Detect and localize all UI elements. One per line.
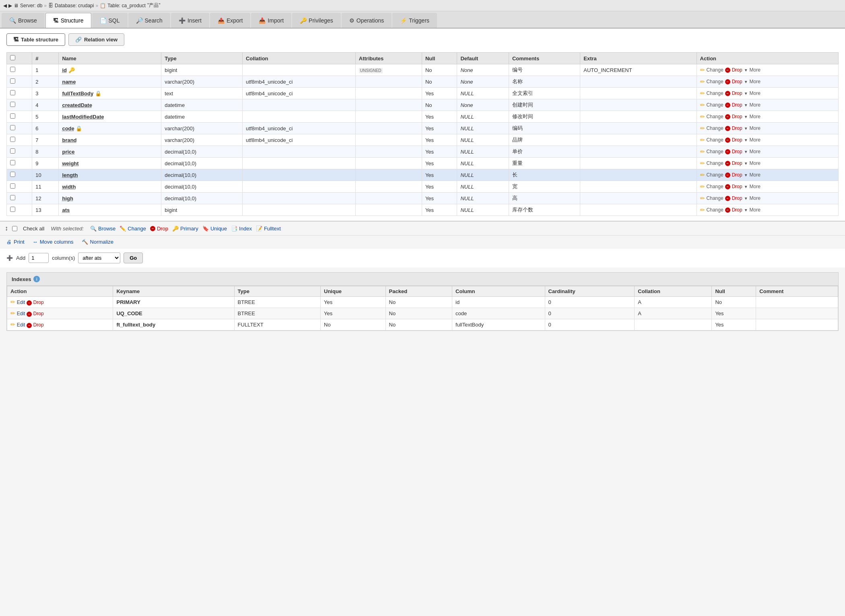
change-link-8[interactable]: Change <box>707 149 723 154</box>
change-link-7[interactable]: Change <box>707 137 723 143</box>
field-link-length[interactable]: length <box>62 172 78 178</box>
drop-link-12[interactable]: Drop <box>732 195 742 201</box>
field-link-id[interactable]: id <box>62 67 67 73</box>
field-link-width[interactable]: width <box>62 184 76 190</box>
toolbar-index-btn[interactable]: 📑 Index <box>231 226 252 232</box>
more-link-11[interactable]: More <box>750 184 760 189</box>
more-link-6[interactable]: More <box>750 125 760 131</box>
row-checkbox-12[interactable] <box>10 195 15 200</box>
drop-link-13[interactable]: Drop <box>732 207 742 213</box>
breadcrumb-server[interactable]: Server: db <box>20 3 42 8</box>
check-all-label[interactable]: Check all <box>23 226 44 232</box>
drop-link-1[interactable]: Drop <box>732 67 742 73</box>
drop-link-10[interactable]: Drop <box>732 172 742 178</box>
drop-link-2[interactable]: Drop <box>732 79 742 84</box>
field-link-price[interactable]: price <box>62 149 74 155</box>
go-button[interactable]: Go <box>124 253 143 263</box>
move-columns-link[interactable]: ↔ Move columns <box>33 239 74 245</box>
field-link-createdDate[interactable]: createdDate <box>62 102 92 108</box>
row-checkbox-11[interactable] <box>10 183 15 189</box>
indexes-info-icon[interactable]: i <box>33 276 40 282</box>
row-checkbox-13[interactable] <box>10 207 15 212</box>
check-all-checkbox[interactable] <box>12 226 17 231</box>
drop-link-9[interactable]: Drop <box>732 160 742 166</box>
idx-edit-link-1[interactable]: Edit <box>17 311 25 316</box>
change-link-6[interactable]: Change <box>707 125 723 131</box>
tab-operations[interactable]: ⚙ Operations <box>342 13 392 28</box>
change-link-4[interactable]: Change <box>707 102 723 108</box>
field-link-fullTextBody[interactable]: fullTextBody <box>62 90 93 97</box>
print-link[interactable]: 🖨 Print <box>6 239 25 245</box>
field-link-high[interactable]: high <box>62 195 73 201</box>
tab-triggers[interactable]: ⚡ Triggers <box>392 13 437 28</box>
breadcrumb-forward-icon[interactable]: ▶ <box>8 3 12 8</box>
breadcrumb-database[interactable]: Database: crudapi <box>55 3 94 8</box>
toolbar-drop-btn[interactable]: – Drop <box>150 226 168 232</box>
more-link-2[interactable]: More <box>750 79 760 84</box>
change-link-2[interactable]: Change <box>707 79 723 84</box>
more-link-13[interactable]: More <box>750 207 760 213</box>
row-checkbox-6[interactable] <box>10 125 15 130</box>
tab-structure[interactable]: 🏗 Structure <box>45 13 91 28</box>
more-link-9[interactable]: More <box>750 160 760 166</box>
row-checkbox-5[interactable] <box>10 113 15 119</box>
row-checkbox-2[interactable] <box>10 78 15 84</box>
more-link-1[interactable]: More <box>750 67 760 73</box>
drop-link-6[interactable]: Drop <box>732 125 742 131</box>
drop-link-8[interactable]: Drop <box>732 149 742 154</box>
idx-drop-link-2[interactable]: Drop <box>33 322 44 328</box>
position-select[interactable]: after ats at beginning at end <box>78 253 120 263</box>
change-link-1[interactable]: Change <box>707 67 723 73</box>
drop-link-7[interactable]: Drop <box>732 137 742 143</box>
drop-link-11[interactable]: Drop <box>732 184 742 189</box>
change-link-3[interactable]: Change <box>707 90 723 96</box>
more-link-7[interactable]: More <box>750 137 760 143</box>
row-checkbox-8[interactable] <box>10 148 15 154</box>
tab-sql[interactable]: 📄 SQL <box>92 13 128 28</box>
field-link-weight[interactable]: weight <box>62 160 78 166</box>
toolbar-browse-btn[interactable]: 🔍 Browse <box>90 226 115 232</box>
change-link-5[interactable]: Change <box>707 114 723 119</box>
sub-tab-relation-view[interactable]: 🔗 Relation view <box>68 33 124 46</box>
more-link-10[interactable]: More <box>750 172 760 178</box>
toolbar-unique-btn[interactable]: 🔖 Unique <box>202 226 227 232</box>
more-link-3[interactable]: More <box>750 90 760 96</box>
more-link-8[interactable]: More <box>750 149 760 154</box>
more-link-12[interactable]: More <box>750 195 760 201</box>
drop-link-5[interactable]: Drop <box>732 114 742 119</box>
tab-privileges[interactable]: 🔑 Privileges <box>292 13 341 28</box>
field-link-ats[interactable]: ats <box>62 207 70 213</box>
change-link-13[interactable]: Change <box>707 207 723 213</box>
row-checkbox-4[interactable] <box>10 102 15 107</box>
toolbar-primary-btn[interactable]: 🔑 Primary <box>172 226 198 232</box>
idx-edit-link-2[interactable]: Edit <box>17 322 25 328</box>
sub-tab-table-structure[interactable]: 🏗 Table structure <box>6 33 65 46</box>
select-all-checkbox[interactable] <box>10 55 15 60</box>
tab-import[interactable]: 📥 Import <box>251 13 291 28</box>
idx-drop-link-0[interactable]: Drop <box>33 300 44 305</box>
change-link-11[interactable]: Change <box>707 184 723 189</box>
tab-browse[interactable]: 🔍 Browse <box>2 13 45 28</box>
more-link-5[interactable]: More <box>750 114 760 119</box>
change-link-12[interactable]: Change <box>707 195 723 201</box>
row-checkbox-9[interactable] <box>10 160 15 165</box>
toolbar-fulltext-btn[interactable]: 📝 Fulltext <box>256 226 281 232</box>
more-link-4[interactable]: More <box>750 102 760 108</box>
add-columns-input[interactable] <box>29 253 49 263</box>
field-link-lastModifiedDate[interactable]: lastModifiedDate <box>62 114 104 120</box>
change-link-9[interactable]: Change <box>707 160 723 166</box>
field-link-brand[interactable]: brand <box>62 137 76 143</box>
tab-export[interactable]: 📤 Export <box>210 13 250 28</box>
row-checkbox-10[interactable] <box>10 172 15 177</box>
drop-link-3[interactable]: Drop <box>732 90 742 96</box>
drop-link-4[interactable]: Drop <box>732 102 742 108</box>
idx-edit-link-0[interactable]: Edit <box>17 300 25 305</box>
field-link-code[interactable]: code <box>62 125 74 131</box>
field-link-name[interactable]: name <box>62 79 76 85</box>
tab-search[interactable]: 🔎 Search <box>128 13 170 28</box>
breadcrumb-table[interactable]: Table: ca_product <box>107 3 146 8</box>
normalize-link[interactable]: 🔨 Normalize <box>82 239 114 245</box>
toolbar-change-btn[interactable]: ✏️ Change <box>120 226 146 232</box>
idx-drop-link-1[interactable]: Drop <box>33 311 44 316</box>
breadcrumb-back-icon[interactable]: ◀ <box>3 3 7 8</box>
